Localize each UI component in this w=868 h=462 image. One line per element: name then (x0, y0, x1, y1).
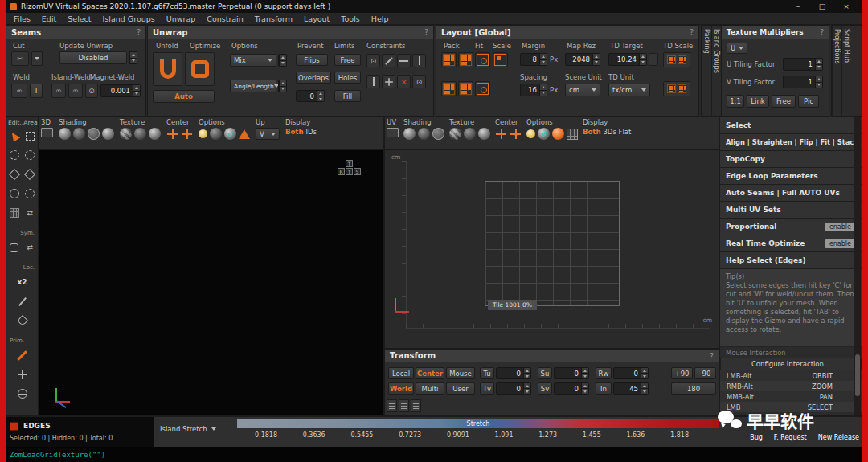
angle-length-stepper[interactable] (278, 80, 287, 92)
flat-sphere-icon[interactable] (102, 128, 114, 140)
menu-layout[interactable]: Layout (298, 14, 335, 23)
new-release-link[interactable]: New Release (818, 434, 859, 441)
weld-tool-icon[interactable]: ∞ (11, 84, 27, 98)
angle-length-dropdown[interactable]: Angle/Length (230, 80, 276, 92)
auto-unwrap-button[interactable]: Auto (153, 90, 215, 103)
pivot-multi-button[interactable]: Multi (416, 382, 444, 395)
help-icon[interactable]: ? (820, 28, 824, 36)
wireframe-sphere-icon[interactable] (88, 128, 100, 140)
limits-free-button[interactable]: Free (334, 54, 361, 66)
menu-help[interactable]: Help (366, 14, 395, 23)
free-button[interactable]: Free (772, 95, 796, 108)
menu-unwrap[interactable]: Unwrap (161, 14, 202, 23)
pin-all-constraint-icon[interactable]: ⊙ (412, 75, 426, 88)
tab-island-groups[interactable]: Island Groups (711, 26, 721, 116)
light-icon[interactable] (526, 129, 535, 138)
optimize-button[interactable] (185, 52, 215, 86)
gizmo-translate-toggle[interactable]: T (346, 160, 353, 167)
help-icon[interactable]: ? (710, 352, 714, 360)
spacing-spinner[interactable]: 16 (520, 84, 547, 96)
proportional-enable-button[interactable]: enable (825, 223, 856, 231)
help-select-button[interactable]: Help Select (Edges) (720, 252, 862, 269)
in-label-button[interactable]: In (596, 382, 612, 395)
weld-distance-spinner[interactable]: 0.001 (100, 84, 141, 97)
polygon-select-tool[interactable] (8, 169, 20, 181)
shield-tool[interactable] (16, 315, 28, 327)
pivot-mouse-button[interactable]: Mouse (446, 367, 475, 379)
textured-sphere-icon[interactable] (464, 128, 476, 140)
fit-selected-button[interactable] (475, 81, 490, 96)
matcap-sphere-icon[interactable] (210, 128, 222, 140)
feature-request-link[interactable]: F. Request (774, 434, 807, 441)
mix-stepper[interactable] (278, 54, 287, 67)
rotate-island-icon[interactable]: ↺ (538, 128, 550, 140)
fit-button[interactable] (475, 52, 490, 67)
td-target-pick-button[interactable] (649, 53, 658, 66)
x2-subdivide-button[interactable]: x2 (12, 276, 33, 288)
circle-area-tool[interactable] (24, 188, 36, 200)
help-icon[interactable]: ? (137, 28, 141, 36)
distortion-warning-icon[interactable] (239, 129, 250, 139)
checker-sphere-icon[interactable] (120, 128, 132, 140)
material-sphere-icon[interactable] (478, 128, 490, 140)
pack-selected-button[interactable] (458, 52, 473, 67)
scene-unit-dropdown[interactable]: cm (565, 84, 600, 96)
pic-button[interactable]: Pic (798, 95, 819, 108)
close-button[interactable]: × (834, 0, 858, 13)
center-view-icon[interactable] (166, 128, 178, 140)
checker-sphere-icon[interactable] (449, 128, 461, 140)
tab-projections[interactable]: Projections (832, 26, 841, 116)
menu-constrain[interactable]: Constrain (201, 14, 249, 23)
textured-sphere-icon[interactable] (134, 128, 146, 140)
rectangle-select-tool[interactable] (24, 130, 36, 142)
td-target-spinner[interactable]: 10.24 (608, 53, 647, 66)
edge-constraint-icon[interactable] (382, 54, 395, 67)
menu-transform[interactable]: Transform (249, 14, 298, 23)
space-world-button[interactable]: World (388, 382, 414, 395)
tab-script-hub[interactable]: Script Hub (841, 26, 851, 116)
prevent-flips-button[interactable]: Flips (296, 54, 328, 66)
tu-spinner[interactable]: 0 (496, 367, 531, 379)
grid-select-tool[interactable] (8, 207, 20, 219)
up-axis-dropdown[interactable]: V (256, 128, 280, 140)
pack-group-button[interactable] (441, 81, 457, 96)
vertical-constraint-icon[interactable] (412, 54, 426, 67)
update-unwrap-mode-dropdown[interactable]: Disabled (59, 51, 127, 64)
right-panel-scrollbar[interactable] (854, 117, 861, 415)
magnet-weld-icon[interactable]: ⊙ (85, 84, 98, 98)
cut-brush-tool[interactable] (16, 350, 28, 362)
island-weld-all-icon[interactable]: ∞ (68, 84, 83, 98)
lasso-area-tool[interactable] (24, 149, 36, 161)
menu-tools[interactable]: Tools (335, 14, 365, 23)
pack-button[interactable] (441, 52, 457, 67)
scale-button[interactable] (493, 52, 508, 67)
rotate-plus90-button[interactable]: +90 (671, 367, 693, 379)
align-straighten-button[interactable]: Align | Straighten | Flip | Fit | Stack (720, 134, 862, 151)
select-cursor-tool[interactable] (8, 130, 20, 142)
maximize-button[interactable]: □ (810, 0, 834, 13)
circle-select-tool[interactable] (8, 188, 20, 200)
delete-constraint-icon[interactable]: × (397, 75, 411, 88)
mix-dropdown[interactable]: Mix (230, 54, 276, 67)
display-ids-toggle[interactable]: IDs (305, 128, 316, 136)
footer-tab-icon[interactable] (411, 399, 421, 412)
center-selection-icon[interactable] (510, 128, 522, 140)
center-view-icon[interactable] (495, 128, 507, 140)
viewport-3d-canvas[interactable]: T R T S (39, 149, 384, 416)
rw-spinner[interactable]: 0 (613, 367, 649, 379)
overlap-iterations-spinner[interactable]: 0 (296, 90, 325, 102)
scrollbar-thumb[interactable] (855, 354, 860, 396)
pencil-tool[interactable] (16, 296, 28, 308)
dark-sphere-icon[interactable] (73, 128, 85, 140)
shaded-sphere-icon[interactable] (403, 128, 416, 140)
unfold-button[interactable] (153, 52, 182, 86)
link-button[interactable]: Link (747, 95, 769, 108)
cut-tool-icon[interactable]: ✂ (11, 51, 29, 66)
tv-label-button[interactable]: Tv (480, 382, 494, 395)
globe-view-tool[interactable] (16, 388, 28, 400)
shaded-sphere-icon[interactable] (59, 128, 71, 140)
fullscreen-icon[interactable] (41, 128, 53, 137)
auto-seams-button[interactable]: Auto Seams | Full AUTO UVs (720, 185, 862, 202)
help-icon[interactable]: ? (424, 28, 428, 36)
gizmo-translate-toggle[interactable]: T (346, 168, 353, 175)
